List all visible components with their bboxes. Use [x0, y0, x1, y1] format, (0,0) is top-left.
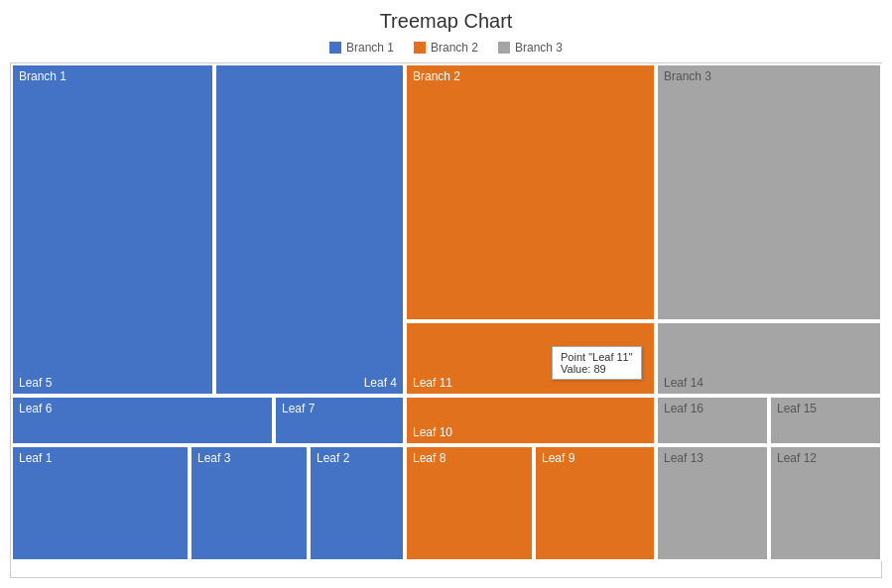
chart-title: Treemap Chart: [10, 10, 882, 33]
cell-leaf2[interactable]: Leaf 2: [309, 445, 405, 561]
cell-leaf6[interactable]: Leaf 6: [11, 396, 274, 445]
cell-label-leaf4: Leaf 4: [364, 376, 397, 390]
cell-leaf1[interactable]: Leaf 1: [11, 445, 190, 561]
cell-label-leaf14: Leaf 14: [664, 376, 703, 390]
cell-leaf7[interactable]: Leaf 7: [274, 396, 405, 445]
cell-leaf16[interactable]: Leaf 16: [656, 396, 769, 445]
cell-label-leaf5: Leaf 5: [19, 376, 52, 390]
legend-swatch-branch3: [498, 42, 510, 54]
legend-label-branch1: Branch 1: [346, 41, 394, 55]
cell-label-leaf12: Leaf 12: [777, 451, 817, 465]
cell-label-leaf3: Leaf 3: [197, 451, 230, 465]
cell-label-leaf6: Leaf 6: [19, 402, 52, 415]
cell-label-leaf2: Leaf 2: [317, 451, 349, 465]
cell-label-leaf7: Leaf 7: [282, 402, 315, 415]
cell-label-leaf13: Leaf 13: [664, 451, 703, 465]
legend-label-branch2: Branch 2: [431, 41, 478, 55]
cell-branch1[interactable]: Branch 1Leaf 5: [11, 63, 214, 396]
cell-label-leaf16: Leaf 16: [664, 402, 703, 415]
cell-label-branch2-label: Branch 2: [413, 69, 460, 83]
legend-swatch-branch2: [414, 42, 426, 54]
cell-leaf14[interactable]: Leaf 14: [656, 321, 882, 396]
cell-leaf10[interactable]: Leaf 10: [405, 396, 656, 445]
treemap: Leaf 4Leaf 5Leaf 6Leaf 7Leaf 1Leaf 3Leaf…: [10, 62, 882, 578]
cell-label-leaf15: Leaf 15: [777, 402, 817, 415]
cell-label-branch3-label: Branch 3: [664, 69, 711, 83]
cell-label-leaf10: Leaf 10: [413, 425, 452, 439]
cell-leaf9[interactable]: Leaf 9: [534, 445, 656, 561]
cell-label-leaf1: Leaf 1: [19, 451, 52, 465]
chart-container: Treemap Chart Branch 1 Branch 2 Branch 3…: [0, 0, 892, 588]
cell-label-leaf8: Leaf 8: [413, 451, 446, 465]
cell-leaf8[interactable]: Leaf 8: [405, 445, 534, 561]
cell-leaf3[interactable]: Leaf 3: [190, 445, 309, 561]
cell-label-leaf9: Leaf 9: [542, 451, 574, 465]
legend-label-branch3: Branch 3: [515, 41, 563, 55]
cell-branch2-label[interactable]: Branch 2: [405, 63, 656, 321]
legend-item-branch2: Branch 2: [414, 41, 478, 55]
cell-leaf15[interactable]: Leaf 15: [769, 396, 882, 445]
cell-branch3-label[interactable]: Branch 3: [656, 63, 882, 321]
legend-item-branch3: Branch 3: [498, 41, 563, 55]
legend-item-branch1: Branch 1: [329, 41, 394, 55]
cell-label-leaf11: Leaf 11: [413, 376, 452, 390]
cell-leaf13[interactable]: Leaf 13: [656, 445, 769, 561]
cell-leaf12[interactable]: Leaf 12: [769, 445, 882, 561]
cell-leaf4[interactable]: Leaf 4: [214, 63, 405, 396]
legend: Branch 1 Branch 2 Branch 3: [10, 41, 882, 55]
cell-leaf11[interactable]: Leaf 11: [405, 321, 656, 396]
cell-label-branch1: Branch 1: [19, 69, 66, 83]
legend-swatch-branch1: [329, 42, 341, 54]
